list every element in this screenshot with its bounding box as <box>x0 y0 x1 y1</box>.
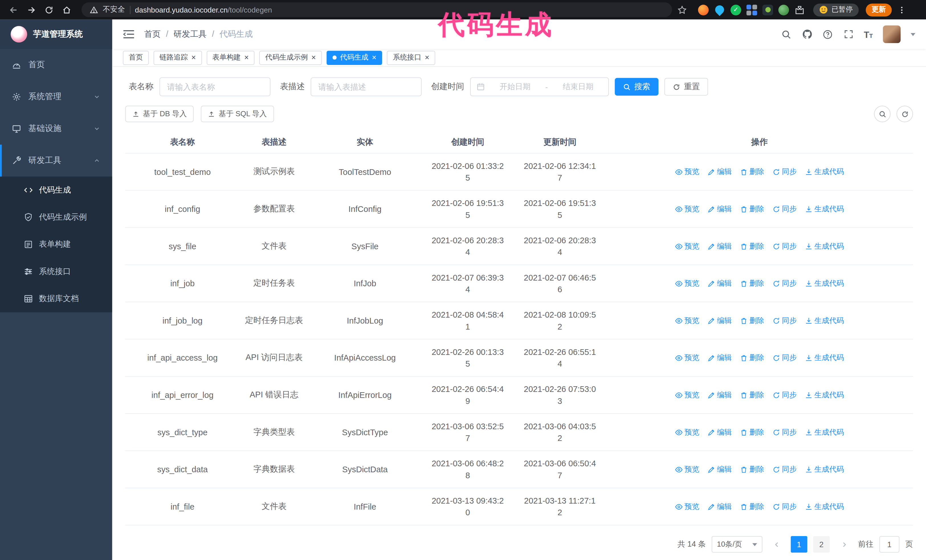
page-button-1[interactable]: 1 <box>791 536 807 552</box>
preview-link[interactable]: 预览 <box>675 353 699 362</box>
generate-code-link[interactable]: 生成代码 <box>805 502 844 512</box>
extension-leaf-icon[interactable] <box>778 5 789 15</box>
sync-link[interactable]: 同步 <box>772 427 797 437</box>
generate-code-link[interactable]: 生成代码 <box>805 167 844 177</box>
sidebar-item-home[interactable]: 首页 <box>0 49 112 81</box>
bookmark-star-icon[interactable] <box>675 2 690 17</box>
profile-paused-badge[interactable]: 已暂停 <box>813 3 859 16</box>
close-icon[interactable]: × <box>372 54 377 62</box>
generate-code-link[interactable]: 生成代码 <box>805 315 844 326</box>
edit-link[interactable]: 编辑 <box>707 502 732 512</box>
tab-form-builder[interactable]: 表单构建 × <box>207 50 255 65</box>
sync-link[interactable]: 同步 <box>772 241 797 251</box>
generate-code-link[interactable]: 生成代码 <box>805 390 844 400</box>
delete-link[interactable]: 删除 <box>740 390 764 400</box>
user-menu-caret-icon[interactable] <box>911 33 915 36</box>
preview-link[interactable]: 预览 <box>675 241 699 251</box>
edit-link[interactable]: 编辑 <box>707 315 732 326</box>
sidebar-item-api[interactable]: 系统接口 <box>0 258 112 285</box>
delete-link[interactable]: 删除 <box>740 353 764 362</box>
preview-link[interactable]: 预览 <box>675 167 699 177</box>
goto-page-input[interactable] <box>879 536 899 552</box>
sync-link[interactable]: 同步 <box>772 315 797 326</box>
edit-link[interactable]: 编辑 <box>707 167 732 177</box>
breadcrumb-home[interactable]: 首页 <box>144 29 161 39</box>
delete-link[interactable]: 删除 <box>740 502 764 512</box>
tab-codegen-example[interactable]: 代码生成示例 × <box>259 50 322 65</box>
extensions-puzzle-icon[interactable] <box>794 5 805 15</box>
sidebar-item-infra[interactable]: 基础设施 <box>0 113 112 145</box>
browser-reload-icon[interactable] <box>41 2 57 17</box>
browser-update-button[interactable]: 更新 <box>866 3 892 16</box>
header-search-icon[interactable] <box>781 29 792 39</box>
font-size-icon[interactable]: TT <box>864 29 873 39</box>
sync-link[interactable]: 同步 <box>772 204 797 214</box>
delete-link[interactable]: 删除 <box>740 464 764 474</box>
extension-grid-icon[interactable] <box>746 5 757 15</box>
generate-code-link[interactable]: 生成代码 <box>805 241 844 251</box>
delete-link[interactable]: 删除 <box>740 427 764 437</box>
page-button-2[interactable]: 2 <box>813 536 830 552</box>
generate-code-link[interactable]: 生成代码 <box>805 204 844 214</box>
preview-link[interactable]: 预览 <box>675 502 699 512</box>
search-button[interactable]: 搜索 <box>615 78 658 96</box>
edit-link[interactable]: 编辑 <box>707 427 732 437</box>
next-page-button[interactable] <box>836 536 852 552</box>
sidebar-item-codegen[interactable]: 代码生成 <box>0 177 112 204</box>
import-db-button[interactable]: 基于 DB 导入 <box>125 106 194 122</box>
generate-code-link[interactable]: 生成代码 <box>805 427 844 437</box>
preview-link[interactable]: 预览 <box>675 390 699 400</box>
toggle-search-button[interactable] <box>874 106 891 122</box>
sync-link[interactable]: 同步 <box>772 390 797 400</box>
extension-drop-icon[interactable] <box>713 3 726 16</box>
delete-link[interactable]: 删除 <box>740 315 764 326</box>
edit-link[interactable]: 编辑 <box>707 464 732 474</box>
sync-link[interactable]: 同步 <box>772 353 797 362</box>
close-icon[interactable]: × <box>425 54 430 62</box>
browser-menu-kebab-icon[interactable] <box>894 2 909 17</box>
extension-coin-icon[interactable] <box>763 5 773 15</box>
edit-link[interactable]: 编辑 <box>707 241 732 251</box>
user-avatar[interactable] <box>883 25 901 43</box>
reset-button[interactable]: 重置 <box>664 78 708 96</box>
preview-link[interactable]: 预览 <box>675 204 699 214</box>
close-icon[interactable]: × <box>312 54 316 62</box>
generate-code-link[interactable]: 生成代码 <box>805 278 844 288</box>
prev-page-button[interactable] <box>769 536 785 552</box>
page-size-select[interactable]: 10条/页 <box>712 536 763 552</box>
edit-link[interactable]: 编辑 <box>707 353 732 362</box>
preview-link[interactable]: 预览 <box>675 464 699 474</box>
breadcrumb-devtools[interactable]: 研发工具 <box>174 29 207 39</box>
sidebar-item-form-builder[interactable]: 表单构建 <box>0 231 112 258</box>
generate-code-link[interactable]: 生成代码 <box>805 464 844 474</box>
sync-link[interactable]: 同步 <box>772 167 797 177</box>
preview-link[interactable]: 预览 <box>675 315 699 326</box>
edit-link[interactable]: 编辑 <box>707 278 732 288</box>
import-sql-button[interactable]: 基于 SQL 导入 <box>201 106 274 122</box>
fullscreen-icon[interactable] <box>843 29 853 39</box>
delete-link[interactable]: 删除 <box>740 278 764 288</box>
preview-link[interactable]: 预览 <box>675 427 699 437</box>
refresh-table-button[interactable] <box>896 106 913 122</box>
github-icon[interactable] <box>802 29 812 39</box>
tab-tracing[interactable]: 链路追踪 × <box>154 50 202 65</box>
browser-forward-icon[interactable] <box>24 2 39 17</box>
help-icon[interactable] <box>823 29 833 39</box>
sidebar-item-devtools[interactable]: 研发工具 <box>0 145 112 177</box>
sidebar-item-system[interactable]: 系统管理 <box>0 81 112 113</box>
browser-back-icon[interactable] <box>6 2 21 17</box>
date-range-picker[interactable]: 开始日期 - 结束日期 <box>470 77 609 96</box>
sync-link[interactable]: 同步 <box>772 502 797 512</box>
sidebar-logo[interactable]: 芋道管理系统 <box>0 20 112 49</box>
edit-link[interactable]: 编辑 <box>707 390 732 400</box>
tab-api[interactable]: 系统接口 × <box>387 50 435 65</box>
tab-home[interactable]: 首页 <box>123 50 149 65</box>
table-desc-input[interactable] <box>310 77 422 96</box>
table-name-input[interactable] <box>160 77 271 96</box>
delete-link[interactable]: 删除 <box>740 204 764 214</box>
extension-check-icon[interactable]: ✓ <box>731 5 741 15</box>
generate-code-link[interactable]: 生成代码 <box>805 353 844 362</box>
sidebar-item-db-doc[interactable]: 数据库文档 <box>0 285 112 312</box>
close-icon[interactable]: × <box>244 54 249 62</box>
address-bar[interactable]: 不安全 dashboard.yudao.iocoder.cn/tool/code… <box>82 2 672 17</box>
